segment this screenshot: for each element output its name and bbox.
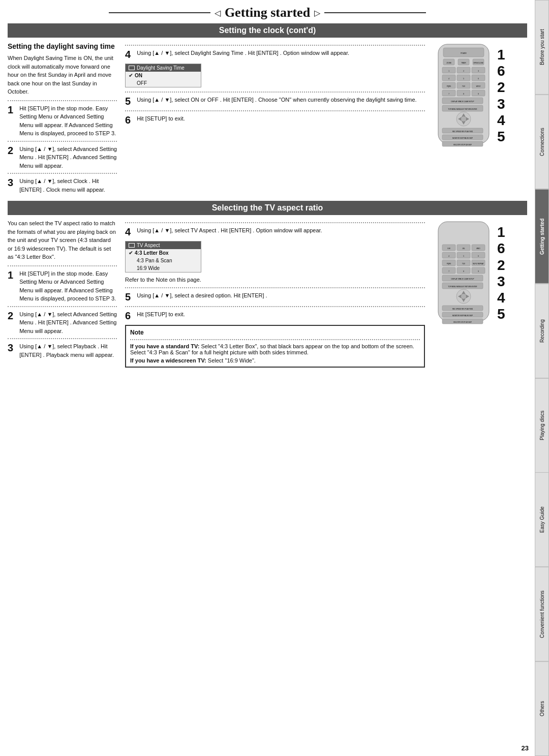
step2-text-top: Using [▲ / ▼], select Advanced Setting M… [19,145,117,170]
svg-text:DISPLAY  SPACE  CLEAR  SETUP: DISPLAY SPACE CLEAR SETUP [451,278,474,280]
main-content: ◁ Getting started ▷ Setting the clock (c… [0,0,535,756]
top-left-panel: Setting the daylight saving time When Da… [8,42,117,196]
svg-text:OPEN/CLOSE: OPEN/CLOSE [473,62,483,64]
side-tab-convenient-functions[interactable]: Convenient functions [535,567,549,661]
top-section: Setting the clock (cont'd) Setting the d… [8,23,527,196]
step5-text-top: Using [▲ / ▼], select ON or OFF . Hit [E… [137,96,416,104]
step5-num-top: 5 [125,96,131,107]
svg-text:REC SPEED  REV  PLAY  FWD: REC SPEED REV PLAY FWD [452,308,473,310]
top-middle-panel: 4 Using [▲ / ▼], select Daylight Saving … [121,42,429,129]
step3-text-top: Using [▲ / ▼], select Clock . Hit [ENTER… [19,177,117,194]
b-step5-num: 5 [125,291,131,303]
divider-3 [8,173,117,174]
top-num-3: 3 [497,96,505,112]
top-section-header: Setting the clock (cont'd) [8,23,527,38]
divider-1 [8,100,117,101]
note-widescreen-tv-label: If you have a widescreen TV: [130,357,206,364]
side-tab-connections[interactable]: Connections [535,95,549,189]
popup-daylight-title: Daylight Saving Time [126,64,201,72]
bot-num-3: 3 [497,274,505,290]
note-divider [130,339,420,340]
svg-text:PQRS: PQRS [447,263,451,265]
bot-num-2: 2 [497,257,505,274]
popup-daylight-on-label: ON [135,73,142,78]
b-divider-m3 [125,306,425,307]
bot-num-1: 1 [497,224,505,240]
page-title-bar: ◁ Getting started ▷ [8,5,527,20]
popup-tv-43lb: ✔ 4:3 Letter Box [126,249,201,257]
tv-icon-1 [129,66,135,70]
svg-text:TOP MENU  MENU/LIST  RETURN  E: TOP MENU MENU/LIST RETURN ENTER [448,286,478,288]
svg-text:MONITOR  SKIP  PAUSE  SKIP: MONITOR SKIP PAUSE SKIP [452,137,473,139]
b-step3-num: 3 [8,342,13,354]
b-step2-num: 2 [8,310,13,322]
step1-text-top: Hit [SETUP] in the stop mode. Easy Setti… [19,104,117,138]
side-tab-before-you-start[interactable]: Before you start [535,0,549,95]
step3-num-top: 3 [8,177,13,189]
svg-text:MONITOR  SKIP  PAUSE  SKIP: MONITOR SKIP PAUSE SKIP [452,315,473,317]
divider-m2 [125,92,425,93]
step6-text-top: Hit [SETUP] to exit. [137,114,185,123]
title-deco-left [109,12,210,13]
b-divider-m2 [125,287,425,288]
svg-text:WXYZ REPEAT: WXYZ REPEAT [473,263,483,265]
title-deco-right [324,12,426,13]
svg-text:REC/OTR  STOP  CM SKIP: REC/OTR STOP CM SKIP [453,144,472,146]
bottom-section: Selecting the TV aspect ratio You can se… [8,201,527,368]
side-tab-others[interactable]: Others [535,661,549,756]
bottom-step-numbers: 1 6 2 3 4 5 [497,219,505,327]
note-box: Note If you have a standard TV: Select "… [125,325,425,368]
popup-daylight: Daylight Saving Time ✔ ON OFF [125,64,201,87]
b-divider-2 [8,306,117,307]
divider-2 [8,141,117,142]
title-deco-arrow-right: ▷ [314,8,320,18]
side-tab-easy-guide[interactable]: Easy Guide [535,472,549,567]
popup-daylight-off: OFF [126,79,201,87]
tv-icon-2 [129,243,135,248]
bot-num-5: 5 [497,306,505,322]
svg-text:PQRS: PQRS [447,85,451,87]
svg-point-83 [461,294,466,299]
svg-text:MNO: MNO [477,248,481,250]
note-title: Note [130,329,420,336]
popup-tv-169-label: 16:9 Wide [137,265,160,271]
top-step-numbers: 1 6 2 3 4 5 [497,42,505,150]
note-widescreen-tv-text: Select "16:9 Wide". [208,357,256,364]
side-tabs: Before you start Connections Getting sta… [535,0,549,756]
popup-daylight-on: ✔ ON [126,72,201,79]
svg-text:REC SPEED  REV  PLAY  FWD: REC SPEED REV PLAY FWD [452,131,473,133]
note-standard-tv-label: If you have a standard TV: [130,343,199,349]
divider-m1 [125,45,425,46]
b-divider-3 [8,338,117,339]
svg-text:TIMER: TIMER [461,62,466,64]
side-tab-playing-discs[interactable]: Playing discs [535,378,549,473]
checkmark-on: ✔ [129,73,133,78]
svg-text:REC/OTR  STOP  CM SKIP: REC/OTR STOP CM SKIP [453,321,472,323]
b-step5-text: Using [▲ / ▼], select a desired option. … [137,291,267,300]
svg-text:ZOOM: ZOOM [447,62,451,64]
svg-text:GHI: GHI [447,248,450,250]
bot-num-6: 6 [497,240,505,257]
popup-daylight-off-label: OFF [137,80,147,86]
b-refer-text: Refer to the Note on this page. [125,276,425,284]
svg-point-42 [461,116,466,122]
step1-num-top: 1 [8,104,13,116]
top-num-2: 2 [497,79,505,96]
popup-daylight-title-text: Daylight Saving Time [137,65,185,71]
popup-tv-43ps: 4:3 Pan & Scan [126,257,201,264]
step4-text-top: Using [▲ / ▼], select Daylight Saving Ti… [137,49,349,57]
side-tab-getting-started[interactable]: Getting started [535,189,549,284]
svg-text:POWER: POWER [461,52,467,54]
side-tab-recording[interactable]: Recording [535,284,549,378]
b-divider-1 [8,265,117,266]
b-step1-text: Hit [SETUP] in the stop mode. Easy Setti… [19,269,117,303]
svg-text:JKL: JKL [462,248,465,250]
popup-tvaspect-title: TV Aspect [126,241,201,249]
page-number: 23 [522,744,529,752]
b-step4-num: 4 [125,226,131,238]
top-subsection-title: Setting the daylight saving time [8,42,117,51]
note-widescreen-tv: If you have a widescreen TV: Select "16:… [130,357,420,364]
svg-text:TUV: TUV [462,263,465,265]
top-body-text: When Daylight Saving Time is ON, the uni… [8,54,117,96]
svg-text:WXYZ: WXYZ [476,85,481,87]
